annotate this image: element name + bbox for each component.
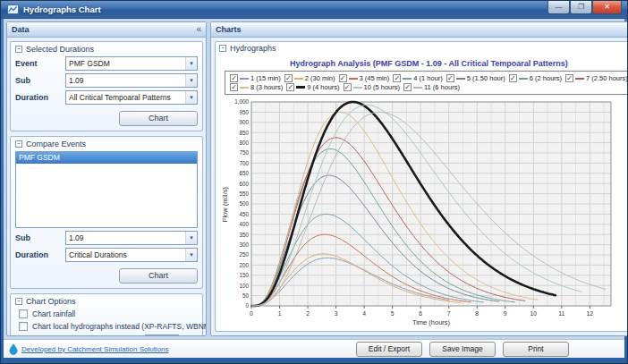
svg-text:500: 500	[239, 200, 249, 207]
chart-local-hydrographs-checkbox[interactable]	[19, 322, 28, 331]
chevron-down-icon: ▼	[185, 91, 197, 104]
compare-sub-label: Sub	[15, 233, 65, 242]
compare-events-list[interactable]: PMF GSDM	[15, 151, 198, 228]
legend-checkbox[interactable]: ✓	[509, 74, 517, 82]
data-panel-header: Data «	[7, 22, 206, 38]
compare-events-item[interactable]: PMF GSDM	[16, 152, 197, 164]
legend-item[interactable]: ✓7 (2.50 hours)	[565, 74, 628, 82]
legend-item[interactable]: ✓9 (4 hours)	[286, 83, 339, 91]
legend-item[interactable]: ✓2 (30 min)	[284, 74, 335, 82]
compare-duration-value: Critical Durations	[66, 250, 185, 259]
svg-text:650: 650	[239, 170, 249, 176]
legend-item[interactable]: ✓3 (45 min)	[339, 74, 390, 82]
legend-item[interactable]: ✓6 (2 hours)	[509, 74, 562, 82]
title-bar[interactable]: Hydrographs Chart — ❐ ✕	[1, 1, 627, 19]
compare-sub-value: 1.09	[66, 233, 185, 242]
water-drop-icon	[9, 343, 18, 355]
legend-item[interactable]: ✓10 (5 hours)	[344, 83, 400, 91]
legend-line-sample	[403, 78, 412, 80]
chart-button[interactable]: Chart	[119, 111, 198, 126]
collapse-box-icon[interactable]	[15, 140, 22, 148]
legend-item[interactable]: ✓1 (15 min)	[230, 74, 281, 82]
legend-line-sample	[349, 78, 358, 80]
svg-text:7: 7	[447, 310, 451, 317]
chart-title: Hydrograph Analysis (PMF GSDM - 1.09 - A…	[219, 59, 628, 68]
svg-text:300: 300	[239, 241, 249, 248]
edit-export-button[interactable]: Edit / Export	[356, 342, 422, 357]
legend-line-sample	[240, 87, 249, 89]
legend-checkbox[interactable]: ✓	[446, 74, 454, 82]
legend-checkbox[interactable]: ✓	[286, 83, 294, 91]
svg-text:900: 900	[239, 119, 249, 125]
legend-label: 4 (1 hour)	[413, 74, 443, 82]
legend-checkbox[interactable]: ✓	[393, 74, 401, 82]
event-select[interactable]: PMF GSDM ▼	[65, 56, 198, 71]
legend-label: 5 (1.50 hour)	[467, 74, 505, 82]
legend-item[interactable]: ✓5 (1.50 hour)	[446, 74, 505, 82]
chevron-down-icon: ▼	[185, 57, 197, 70]
collapse-box-icon[interactable]	[15, 298, 22, 305]
window-title: Hydrographs Chart	[23, 4, 101, 14]
legend-label: 11 (6 hours)	[424, 83, 460, 91]
legend-checkbox[interactable]: ✓	[284, 74, 293, 82]
legend-line-sample	[353, 87, 362, 89]
peak-minutes-input[interactable]	[145, 334, 179, 335]
legend-checkbox[interactable]: ✓	[565, 74, 573, 82]
charts-panel-header: Charts	[211, 22, 628, 38]
main-area: Data « Selected Durations Event PMF GSDM…	[4, 19, 624, 339]
data-panel-title: Data	[12, 25, 30, 34]
svg-text:350: 350	[239, 232, 249, 238]
collapse-box-icon[interactable]	[219, 45, 226, 52]
selected-durations-caption[interactable]: Selected Durations	[15, 45, 198, 54]
legend-checkbox[interactable]: ✓	[230, 83, 238, 91]
save-image-button[interactable]: Save Image	[429, 342, 496, 357]
hydrographs-caption[interactable]: Hydrographs	[219, 44, 628, 53]
charts-panel: Charts Hydrographs Hydrograph Analysis (…	[210, 21, 628, 336]
collapse-panel-icon[interactable]: «	[196, 25, 201, 34]
close-button[interactable]: ✕	[592, 1, 622, 14]
chart-options-group: Chart Options Chart rainfall Chart local…	[10, 293, 203, 335]
legend-checkbox[interactable]: ✓	[339, 74, 347, 82]
svg-text:50: 50	[242, 292, 250, 299]
minimize-button[interactable]: —	[547, 1, 570, 14]
compare-sub-select[interactable]: 1.09 ▼	[65, 231, 198, 245]
svg-text:8: 8	[475, 310, 479, 317]
legend-item[interactable]: ✓8 (3 hours)	[230, 83, 283, 91]
svg-text:850: 850	[239, 130, 249, 136]
maximize-button[interactable]: ❐	[570, 1, 592, 14]
svg-text:9: 9	[504, 310, 507, 317]
developer-link[interactable]: Developed by Catchment Simulation Soluti…	[21, 345, 169, 353]
legend-checkbox[interactable]: ✓	[403, 83, 412, 91]
collapse-box-icon[interactable]	[15, 46, 22, 53]
svg-text:4: 4	[362, 310, 366, 317]
legend-checkbox[interactable]: ✓	[344, 83, 352, 91]
svg-text:6: 6	[419, 310, 422, 317]
duration-select[interactable]: All Critical Tempoaral Patterns ▼	[65, 90, 198, 105]
svg-text:11: 11	[558, 310, 564, 317]
svg-text:100: 100	[239, 283, 249, 289]
legend-line-sample	[575, 78, 584, 80]
svg-text:700: 700	[239, 160, 249, 166]
legend-item[interactable]: ✓4 (1 hour)	[393, 74, 443, 82]
print-button[interactable]: Print	[503, 342, 569, 357]
legend-checkbox[interactable]: ✓	[230, 74, 238, 82]
event-label: Event	[15, 59, 65, 68]
svg-text:1: 1	[278, 310, 282, 317]
app-icon	[7, 4, 19, 15]
compare-events-caption[interactable]: Compare Events	[15, 140, 198, 148]
legend-line-sample	[296, 86, 305, 89]
chart-rainfall-checkbox[interactable]	[19, 309, 28, 318]
compare-chart-button[interactable]: Chart	[119, 268, 198, 284]
compare-events-group: Compare Events PMF GSDM Sub 1.09 ▼ Durat…	[10, 136, 203, 289]
compare-duration-select[interactable]: Critical Durations ▼	[65, 248, 198, 262]
chevron-down-icon: ▼	[185, 249, 197, 261]
data-panel-body: Selected Durations Event PMF GSDM ▼ Sub …	[7, 38, 206, 335]
legend-item[interactable]: ✓11 (6 hours)	[403, 83, 460, 91]
sub-select[interactable]: 1.09 ▼	[65, 73, 198, 88]
legend-label: 7 (2.50 hours)	[586, 74, 628, 82]
chevron-down-icon: ▼	[185, 74, 197, 87]
chart-options-caption[interactable]: Chart Options	[15, 297, 198, 306]
legend-label: 3 (45 min)	[360, 74, 390, 82]
svg-text:5: 5	[391, 310, 395, 317]
sub-value: 1.09	[66, 76, 185, 85]
